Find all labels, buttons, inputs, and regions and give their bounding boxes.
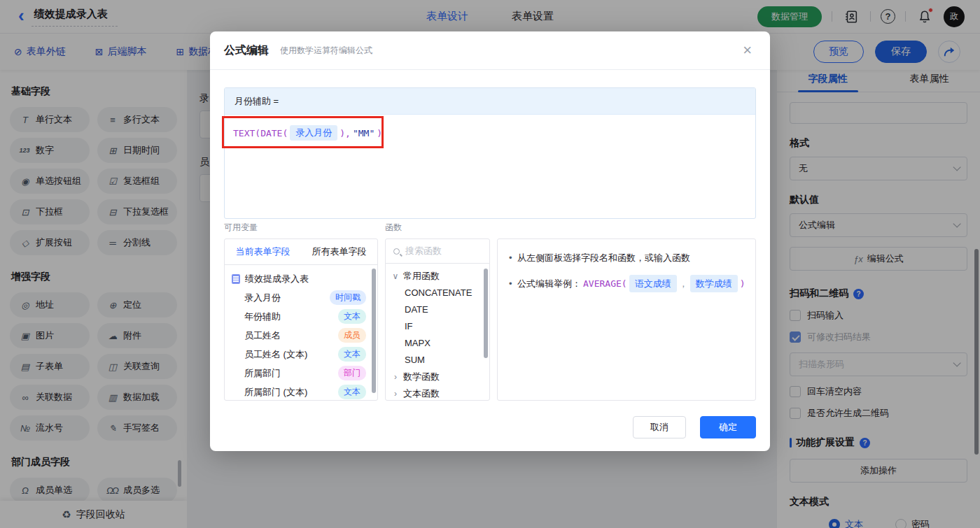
functions-scrollbar[interactable] xyxy=(484,269,488,358)
modal-footer: 取消 确定 xyxy=(633,416,756,438)
fn-date[interactable]: DATE xyxy=(386,301,489,318)
example-comma: ， xyxy=(679,276,688,291)
example-function: AVERAGE( xyxy=(583,276,627,291)
document-icon xyxy=(232,274,240,284)
variable-name: 所属部门 xyxy=(244,367,281,380)
variable-name: 年份辅助 xyxy=(244,311,281,323)
caret-down-icon: ∨ xyxy=(392,271,399,281)
variables-panel: 当前表单字段 所有表单字段 绩效提成录入表 录入月份时间戳 年份辅助文本 员工姓… xyxy=(224,238,378,401)
example-paren: ) xyxy=(740,276,746,291)
search-icon xyxy=(393,248,400,255)
group-math-functions[interactable]: ›数学函数 xyxy=(386,369,489,385)
help-panel: 从左侧面板选择字段名和函数，或输入函数 公式编辑举例：AVERAGE( 语文成绩… xyxy=(497,238,756,401)
variable-name: 员工姓名 (文本) xyxy=(244,348,307,361)
type-badge-text: 文本 xyxy=(338,385,366,399)
example-field-chip: 数学成绩 xyxy=(690,275,738,292)
form-tree-node[interactable]: 绩效提成录入表 xyxy=(225,270,377,288)
type-badge-text: 文本 xyxy=(338,347,366,362)
modal-title: 公式编辑 xyxy=(224,43,269,58)
fn-if[interactable]: IF xyxy=(386,318,489,335)
variable-row[interactable]: 录入月份时间戳 xyxy=(225,288,377,307)
group-common-functions[interactable]: ∨常用函数 xyxy=(386,268,489,285)
functions-label: 函数 xyxy=(385,222,402,234)
variable-row[interactable]: 所属部门 (文本)文本 xyxy=(225,383,377,401)
cancel-button[interactable]: 取消 xyxy=(633,416,686,438)
variable-name: 录入月份 xyxy=(244,292,281,304)
formula-input-area[interactable]: TEXT(DATE( 录入月份 ), "MM" ) xyxy=(225,115,755,151)
variables-list: 绩效提成录入表 录入月份时间戳 年份辅助文本 员工姓名成员 员工姓名 (文本)文… xyxy=(225,265,377,401)
confirm-button[interactable]: 确定 xyxy=(700,416,756,438)
variable-row[interactable]: 年份辅助文本 xyxy=(225,307,377,326)
tab-all-form-fields[interactable]: 所有表单字段 xyxy=(301,245,377,258)
close-icon[interactable]: × xyxy=(743,43,756,58)
variable-name: 所属部门 (文本) xyxy=(244,386,307,399)
search-placeholder: 搜索函数 xyxy=(405,245,442,257)
caret-right-icon: › xyxy=(392,389,399,399)
tab-current-form-fields[interactable]: 当前表单字段 xyxy=(225,245,301,258)
fn-mapx[interactable]: MAPX xyxy=(386,335,489,352)
formula-editor-modal: 公式编辑 使用数学运算符编辑公式 × 月份辅助 = TEXT(DATE( 录入月… xyxy=(210,31,770,451)
variable-row[interactable]: 员工姓名 (文本)文本 xyxy=(225,345,377,364)
type-badge-text: 文本 xyxy=(338,309,366,324)
caret-right-icon: › xyxy=(392,372,399,382)
variables-tabs: 当前表单字段 所有表单字段 xyxy=(225,239,377,265)
modal-subtitle: 使用数学运算符编辑公式 xyxy=(280,45,372,57)
functions-list: ∨常用函数 CONCATENATE DATE IF MAPX SUM ›数学函数… xyxy=(386,264,489,401)
variable-name: 员工姓名 xyxy=(244,329,281,342)
form-node-label: 绩效提成录入表 xyxy=(245,273,309,285)
modal-panels: 当前表单字段 所有表单字段 绩效提成录入表 录入月份时间戳 年份辅助文本 员工姓… xyxy=(224,238,756,401)
type-badge-department: 部门 xyxy=(338,366,366,380)
fn-concatenate[interactable]: CONCATENATE xyxy=(386,285,489,301)
modal-header: 公式编辑 使用数学运算符编辑公式 × xyxy=(210,31,770,70)
field-chip[interactable]: 录入月份 xyxy=(290,125,337,141)
help-example-prefix: 公式编辑举例： xyxy=(517,276,581,291)
formula-target-row: 月份辅助 = xyxy=(225,88,755,115)
group-label: 常用函数 xyxy=(403,270,440,283)
formula-target: 月份辅助 = xyxy=(234,95,279,108)
formula-paren: ), xyxy=(340,128,351,138)
formula-paren: ) xyxy=(377,128,382,138)
variable-row[interactable]: 员工姓名成员 xyxy=(225,326,377,345)
example-field-chip: 语文成绩 xyxy=(629,275,677,292)
function-search-input[interactable]: 搜索函数 xyxy=(386,239,489,264)
variables-scrollbar[interactable] xyxy=(372,269,376,393)
group-label: 数学函数 xyxy=(403,371,440,383)
variable-row[interactable]: 所属部门部门 xyxy=(225,364,377,383)
variables-label: 可用变量 xyxy=(224,222,258,234)
group-text-functions[interactable]: ›文本函数 xyxy=(386,385,489,401)
functions-panel: 搜索函数 ∨常用函数 CONCATENATE DATE IF MAPX SUM … xyxy=(385,238,490,401)
formula-editor: 月份辅助 = TEXT(DATE( 录入月份 ), "MM" ) xyxy=(224,87,756,219)
formula-function: TEXT(DATE( xyxy=(233,128,288,138)
fn-sum[interactable]: SUM xyxy=(386,352,489,369)
help-line: 从左侧面板选择字段名和函数，或输入函数 xyxy=(507,250,746,265)
type-badge-member: 成员 xyxy=(338,328,366,343)
type-badge-timestamp: 时间戳 xyxy=(330,290,366,305)
group-label: 文本函数 xyxy=(403,387,440,400)
help-text: 从左侧面板选择字段名和函数，或输入函数 xyxy=(517,250,690,265)
formula-string: "MM" xyxy=(353,128,374,138)
help-example-line: 公式编辑举例：AVERAGE( 语文成绩 ， 数学成绩 ) xyxy=(507,275,746,292)
